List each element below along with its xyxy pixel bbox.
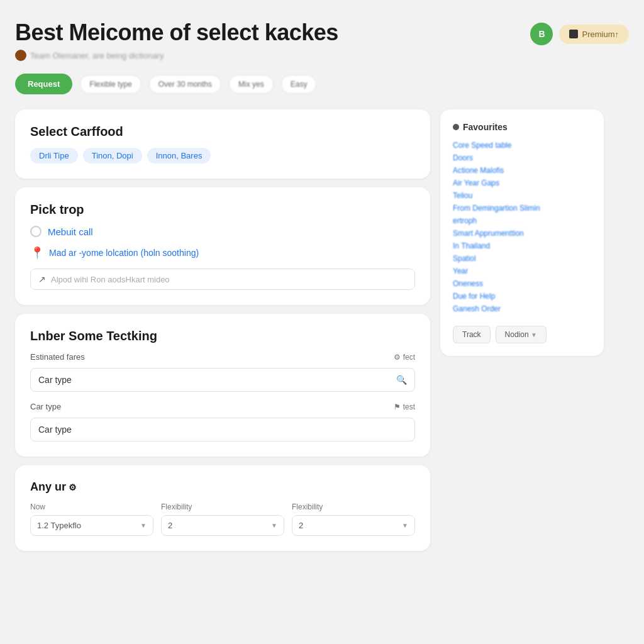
right-sidebar: Favourites Core Speed table Doors Action… xyxy=(440,109,604,356)
field2-input[interactable]: Car type xyxy=(30,418,415,441)
col3-label: Flexibility xyxy=(292,502,415,511)
dot-icon xyxy=(453,124,459,130)
field1-action-text: fect xyxy=(403,353,415,362)
premium-label: Premium↑ xyxy=(582,30,619,39)
tag-drli-tipe[interactable]: Drli Tipe xyxy=(30,148,78,164)
tag-tinon-dopi[interactable]: Tinon, Dopi xyxy=(83,148,142,164)
any-up-card: Any ur ⚙ Now 1.2 Typekflo ▼ Flexibility xyxy=(15,465,430,551)
pick-trop-card: Pick trop Mebuit call 📍 Mad ar -yome lol… xyxy=(15,187,430,305)
tracking-card: Lnber Some Tectking Estinated fares ⚙ fe… xyxy=(15,314,430,457)
list-item[interactable]: Smart Apprumenttion xyxy=(453,229,591,238)
col2-value: 2 xyxy=(168,521,172,530)
user-avatar-circle[interactable]: B xyxy=(530,23,553,45)
search-icon: 🔍 xyxy=(396,375,407,385)
sidebar-bottom-row: Track Nodion ▼ xyxy=(453,326,591,343)
address-placeholder: Alpod wihi Ron aodsHkart mideo xyxy=(51,275,170,284)
col2: Flexibility 2 ▼ xyxy=(161,502,284,536)
list-item[interactable]: Oneness xyxy=(453,279,591,288)
favourites-title-text: Favourites xyxy=(463,122,508,132)
tags-row: Drli Tipe Tinon, Dopi Innon, Bares xyxy=(30,148,415,164)
premium-icon xyxy=(569,30,578,38)
main-layout: Select Carffood Drli Tipe Tinon, Dopi In… xyxy=(15,109,629,551)
list-item[interactable]: Doors xyxy=(453,153,591,162)
address-input-row[interactable]: ↗ Alpod wihi Ron aodsHkart mideo xyxy=(30,269,415,290)
nodion-label: Nodion xyxy=(505,330,529,339)
chevron-down-icon-3: ▼ xyxy=(402,522,408,529)
filter-easy[interactable]: Easy xyxy=(281,75,317,94)
location-text: Mad ar -yome lolcation (holn soothing) xyxy=(49,248,199,258)
col1-select[interactable]: 1.2 Typekflo ▼ xyxy=(30,515,153,536)
field2-label: Car type xyxy=(30,402,61,411)
col3: Flexibility 2 ▼ xyxy=(292,502,415,536)
chevron-down-icon-2: ▼ xyxy=(271,522,277,529)
list-item[interactable]: ertroph xyxy=(453,216,591,225)
nodion-button[interactable]: Nodion ▼ xyxy=(496,326,547,343)
request-button[interactable]: Request xyxy=(15,74,72,94)
any-up-title: Any ur ⚙ xyxy=(30,480,415,494)
header-subtitle: Team Olemaner, are being dictionary xyxy=(30,51,164,60)
favourites-title: Favourites xyxy=(453,122,591,132)
favourites-list: Core Speed table Doors Actione Malofis A… xyxy=(453,141,591,313)
filter-mix-yes[interactable]: Mix yes xyxy=(229,75,274,94)
header-left: Best Meicome of select kackes Team Olema… xyxy=(15,19,338,61)
field1-value: Car type xyxy=(38,375,72,385)
arrow-icon: ↗ xyxy=(38,274,46,284)
filter-over-30[interactable]: Over 30 months xyxy=(149,75,221,94)
col2-label: Flexibility xyxy=(161,502,284,511)
track-button[interactable]: Track xyxy=(453,326,491,343)
field2-action-text: test xyxy=(403,402,415,411)
select-carffood-title: Select Carffood xyxy=(30,125,415,139)
header-sub: Team Olemaner, are being dictionary xyxy=(15,50,338,61)
avatar xyxy=(15,50,26,61)
list-item[interactable]: Ganesh Order xyxy=(453,304,591,313)
list-item[interactable]: Actione Malofis xyxy=(453,166,591,175)
field1-row: Estinated fares ⚙ fect xyxy=(30,352,415,362)
pick-option-row[interactable]: Mebuit call xyxy=(30,226,415,237)
col1: Now 1.2 Typekflo ▼ xyxy=(30,502,153,536)
col3-select[interactable]: 2 ▼ xyxy=(292,515,415,536)
tag-innon-bares[interactable]: Innon, Bares xyxy=(147,148,211,164)
filter-icon: ⚙ xyxy=(394,353,401,362)
filter-flexible-type[interactable]: Flexible type xyxy=(80,75,141,94)
list-item[interactable]: From Demingartion Slimin xyxy=(453,204,591,213)
field1-action[interactable]: ⚙ fect xyxy=(394,353,415,362)
col2-select[interactable]: 2 ▼ xyxy=(161,515,284,536)
col1-label: Now xyxy=(30,502,153,511)
header-right: B Premium↑ xyxy=(530,23,629,45)
chevron-down-icon-sidebar: ▼ xyxy=(531,331,537,338)
pick-option-label: Mebuit call xyxy=(48,226,93,237)
any-up-title-text: Any ur xyxy=(30,480,66,494)
list-item[interactable]: Core Speed table xyxy=(453,141,591,150)
list-item[interactable]: Year xyxy=(453,267,591,275)
premium-button[interactable]: Premium↑ xyxy=(559,25,629,44)
field2-row: Car type ⚑ test xyxy=(30,402,415,411)
col3-value: 2 xyxy=(299,521,303,530)
chevron-down-icon: ▼ xyxy=(140,522,147,529)
any-up-icon: ⚙ xyxy=(69,482,77,492)
field2-value: Car type xyxy=(38,425,72,435)
list-item[interactable]: In Thailand xyxy=(453,242,591,250)
left-column: Select Carffood Drli Tipe Tinon, Dopi In… xyxy=(15,109,430,551)
list-item[interactable]: Air Year Gaps xyxy=(453,179,591,187)
favourites-card: Favourites Core Speed table Doors Action… xyxy=(440,109,604,356)
select-carffood-card: Select Carffood Drli Tipe Tinon, Dopi In… xyxy=(15,109,430,179)
pick-trop-title: Pick trop xyxy=(30,203,415,217)
tracking-title: Lnber Some Tectking xyxy=(30,329,415,343)
location-pin-icon: 📍 xyxy=(30,246,44,260)
list-item[interactable]: Spatiol xyxy=(453,254,591,263)
toolbar: Request Flexible type Over 30 months Mix… xyxy=(15,74,629,94)
radio-button[interactable] xyxy=(30,226,42,237)
list-item[interactable]: Due for Help xyxy=(453,292,591,301)
page-wrapper: Best Meicome of select kackes Team Olema… xyxy=(0,0,644,644)
col1-value: 1.2 Typekflo xyxy=(37,521,81,530)
page-title: Best Meicome of select kackes xyxy=(15,19,338,46)
field1-label: Estinated fares xyxy=(30,352,85,362)
list-item[interactable]: Teliou xyxy=(453,191,591,200)
location-row: 📍 Mad ar -yome lolcation (holn soothing) xyxy=(30,246,415,260)
field1-input[interactable]: Car type 🔍 xyxy=(30,368,415,392)
any-up-grid: Now 1.2 Typekflo ▼ Flexibility 2 ▼ xyxy=(30,502,415,536)
header: Best Meicome of select kackes Team Olema… xyxy=(15,19,629,61)
field2-action[interactable]: ⚑ test xyxy=(394,402,415,411)
flag-icon: ⚑ xyxy=(394,402,401,411)
